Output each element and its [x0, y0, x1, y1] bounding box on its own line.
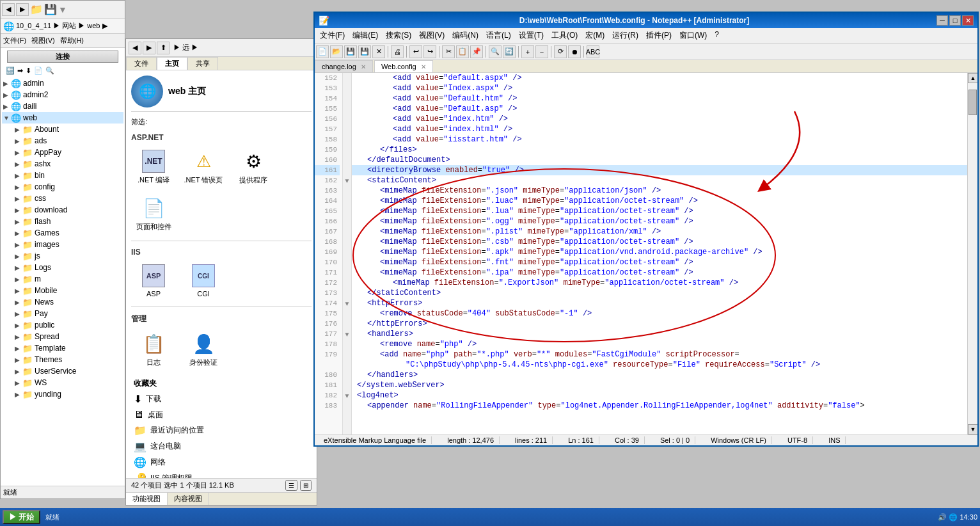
nav-recent[interactable]: 📁 最近访问的位置: [131, 422, 312, 438]
tab-share[interactable]: 共享: [187, 57, 218, 70]
tree-item-userservice[interactable]: ▶ 📁 UserService: [2, 365, 123, 377]
tree-item-flash[interactable]: ▶ 📁 flash: [2, 216, 123, 227]
tab-changelog[interactable]: change.log ✕: [315, 60, 373, 72]
nav-iis-perm[interactable]: 🔑 IIS 管理权限: [131, 470, 312, 478]
tree-item-logs[interactable]: ▶ 📁 Logs: [2, 262, 123, 273]
tree-item-themes[interactable]: ▶ 📁 Themes: [2, 354, 123, 365]
tab-webconfig[interactable]: Web.config ✕: [374, 60, 433, 72]
forward-button[interactable]: ▶: [16, 3, 29, 16]
vertical-scrollbar[interactable]: ▲ ▼: [967, 73, 977, 434]
fold174[interactable]: ▼: [343, 298, 351, 308]
nav-desktop[interactable]: 🖥 桌面: [131, 407, 312, 422]
auth-item[interactable]: 👤 身份验证: [181, 328, 226, 370]
tab-changelog-close[interactable]: ✕: [361, 63, 366, 70]
menu-encoding[interactable]: 编码(N): [448, 29, 482, 42]
menu-edit[interactable]: 编辑(E): [349, 29, 382, 42]
tree-item-mobile[interactable]: ▶ 📁 Mobile: [2, 285, 123, 296]
menu-file[interactable]: 文件(F): [316, 29, 349, 42]
open-btn[interactable]: 📂: [330, 45, 343, 58]
tree-item-games[interactable]: ▶ 📁 Games: [2, 227, 123, 239]
tree-item-js[interactable]: ▶ 📁 js: [2, 250, 123, 262]
tree-item-spread[interactable]: ▶ 📁 Spread: [2, 331, 123, 342]
start-button[interactable]: ▶ 开始: [3, 510, 40, 524]
menu-help[interactable]: ?: [711, 29, 723, 42]
tree-item-ws[interactable]: ▶ 📁 WS: [2, 377, 123, 388]
tree-item-bin[interactable]: ▶ 📁 bin: [2, 170, 123, 181]
tab-content-view[interactable]: 内容视图: [168, 493, 209, 505]
tree-item-apppay[interactable]: ▶ 📁 AppPay: [2, 147, 123, 158]
nav-download[interactable]: ⬇ 下载: [131, 391, 312, 407]
undo-btn[interactable]: ↩: [409, 45, 422, 58]
view-list-btn[interactable]: ☰: [285, 480, 297, 491]
nav-network[interactable]: 🌐 网络: [131, 454, 312, 470]
log-item[interactable]: 📋 日志: [131, 328, 176, 370]
menu-macro[interactable]: 宏(M): [581, 29, 608, 42]
tree-item-template[interactable]: ▶ 📁 Template: [2, 342, 123, 354]
mid-fwd-btn[interactable]: ▶: [143, 42, 155, 54]
tree-item-ashx[interactable]: ▶ 📁 ashx: [2, 158, 123, 170]
menu-tools[interactable]: 工具(O): [548, 29, 581, 42]
tree-item-public[interactable]: ▶ 📁 public: [2, 319, 123, 331]
connect-button[interactable]: 连接: [7, 51, 119, 63]
zoom-out-btn[interactable]: −: [535, 45, 548, 58]
editor-area[interactable]: 152 153 154 155 156 157 158 159 160 161 …: [315, 73, 977, 434]
view-icon-btn[interactable]: ⊞: [300, 480, 312, 491]
save-all-btn[interactable]: 💾: [358, 45, 371, 58]
tree-item-images[interactable]: ▶ 📁 images: [2, 239, 123, 250]
dotnet-compile-item[interactable]: .NET .NET 编译: [131, 146, 176, 187]
asp-item[interactable]: ASP ASP: [131, 260, 176, 300]
cut-btn[interactable]: ✂: [442, 45, 455, 58]
find-btn[interactable]: 🔍: [489, 45, 502, 58]
tree-item-admin[interactable]: ▶ 🌐 admin: [2, 77, 123, 89]
scroll-up-btn[interactable]: ▲: [968, 73, 977, 83]
tab-home[interactable]: 主页: [157, 57, 187, 70]
minimize-button[interactable]: ─: [937, 15, 948, 26]
nav-this-pc[interactable]: 💻 这台电脑: [131, 438, 312, 454]
mid-back-btn[interactable]: ◀: [129, 42, 141, 54]
tree-item-daili[interactable]: ▶ 🌐 daili: [2, 100, 123, 112]
tree-item-web[interactable]: ▼ 🌐 web: [2, 112, 123, 124]
pages-item[interactable]: 📄 页面和控件: [131, 193, 176, 234]
tree-item-css[interactable]: ▶ 📁 css: [2, 193, 123, 204]
menu-plugins[interactable]: 插件(P): [642, 29, 676, 42]
menu-help[interactable]: 帮助(H): [60, 36, 84, 45]
tab-function-view[interactable]: 功能视图: [126, 493, 168, 505]
fold162[interactable]: ▼: [343, 175, 351, 186]
menu-language[interactable]: 语言(L): [482, 29, 515, 42]
macro-rec-btn[interactable]: ⏺: [568, 45, 581, 58]
new-btn[interactable]: 📄: [316, 45, 329, 58]
close-button[interactable]: ✕: [962, 15, 974, 26]
code-editor[interactable]: <add value="default.aspx" /> <add value=…: [352, 73, 967, 434]
menu-run[interactable]: 运行(R): [608, 29, 642, 42]
fold177[interactable]: ▼: [343, 329, 351, 339]
sync-btn[interactable]: ⟳: [554, 45, 567, 58]
menu-window[interactable]: 窗口(W): [676, 29, 711, 42]
tree-item-abount[interactable]: ▶ 📁 Abount: [2, 124, 123, 135]
tree-item-news[interactable]: ▶ 📁 News: [2, 296, 123, 308]
replace-btn[interactable]: 🔄: [503, 45, 516, 58]
tree-item-admin2[interactable]: ▶ 🌐 admin2: [2, 89, 123, 100]
menu-file[interactable]: 文件(F): [3, 36, 26, 45]
fold182[interactable]: ▼: [343, 390, 351, 401]
tab-file[interactable]: 文件: [126, 57, 157, 70]
extra-btn[interactable]: ABC: [587, 45, 599, 58]
menu-search[interactable]: 搜索(S): [382, 29, 415, 42]
menu-view[interactable]: 视图(V): [415, 29, 448, 42]
dotnet-error-item[interactable]: ⚠ .NET 错误页: [181, 146, 226, 187]
tree-item-pay[interactable]: ▶ 📁 Pay: [2, 308, 123, 319]
close-btn[interactable]: ✕: [372, 45, 385, 58]
save-btn[interactable]: 💾: [344, 45, 357, 58]
tree-item-ads[interactable]: ▶ 📁 ads: [2, 135, 123, 147]
tree-item-config[interactable]: ▶ 📁 config: [2, 181, 123, 193]
redo-btn[interactable]: ↪: [423, 45, 436, 58]
zoom-in-btn[interactable]: +: [521, 45, 534, 58]
cgi-item[interactable]: CGI CGI: [181, 260, 226, 300]
mid-up-btn[interactable]: ⬆: [157, 42, 170, 54]
tree-item-download[interactable]: ▶ 📁 download: [2, 204, 123, 216]
provider-item[interactable]: ⚙ 提供程序: [231, 146, 276, 187]
menu-settings[interactable]: 设置(T): [515, 29, 548, 42]
scroll-down-btn[interactable]: ▼: [968, 424, 977, 434]
tree-item-m[interactable]: ▶ 📁 m: [2, 273, 123, 285]
scroll-thumb[interactable]: [968, 90, 977, 115]
menu-view[interactable]: 视图(V): [31, 36, 55, 45]
